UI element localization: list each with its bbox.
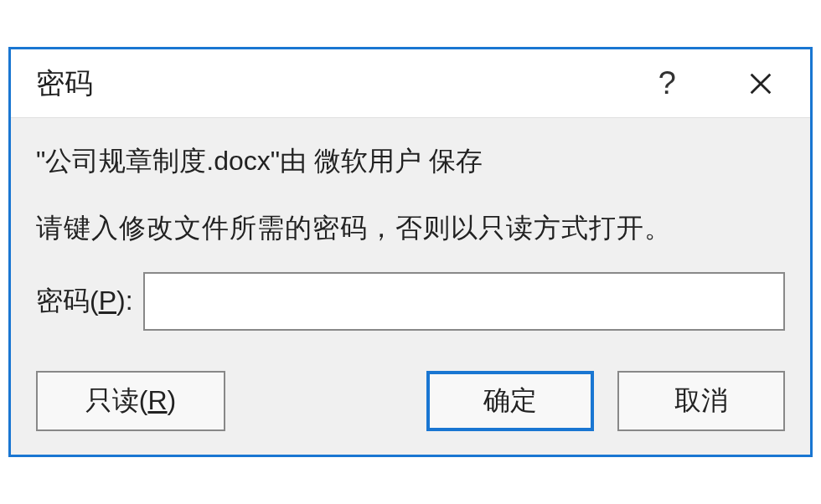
cancel-button[interactable]: 取消 [617, 371, 785, 431]
close-icon[interactable] [736, 64, 785, 103]
titlebar-controls: ? [648, 60, 785, 106]
ok-button[interactable]: 确定 [426, 371, 594, 431]
help-icon[interactable]: ? [648, 60, 686, 106]
dialog-button-row: 只读(R) 确定 取消 [36, 371, 785, 431]
password-dialog: 密码 ? "公司规章制度.docx"由 微软用户 保存 请键入修改文件所需的密码… [8, 47, 813, 457]
password-prompt-text: 请键入修改文件所需的密码，否则以只读方式打开。 [36, 210, 785, 247]
dialog-titlebar: 密码 ? [11, 49, 810, 118]
password-label: 密码(P): [36, 283, 133, 320]
readonly-button[interactable]: 只读(R) [36, 371, 225, 431]
dialog-title: 密码 [36, 64, 648, 103]
dialog-content: "公司规章制度.docx"由 微软用户 保存 请键入修改文件所需的密码，否则以只… [11, 118, 810, 455]
password-input[interactable] [143, 272, 785, 331]
file-info-text: "公司规章制度.docx"由 微软用户 保存 [36, 143, 785, 180]
password-input-row: 密码(P): [36, 272, 785, 331]
